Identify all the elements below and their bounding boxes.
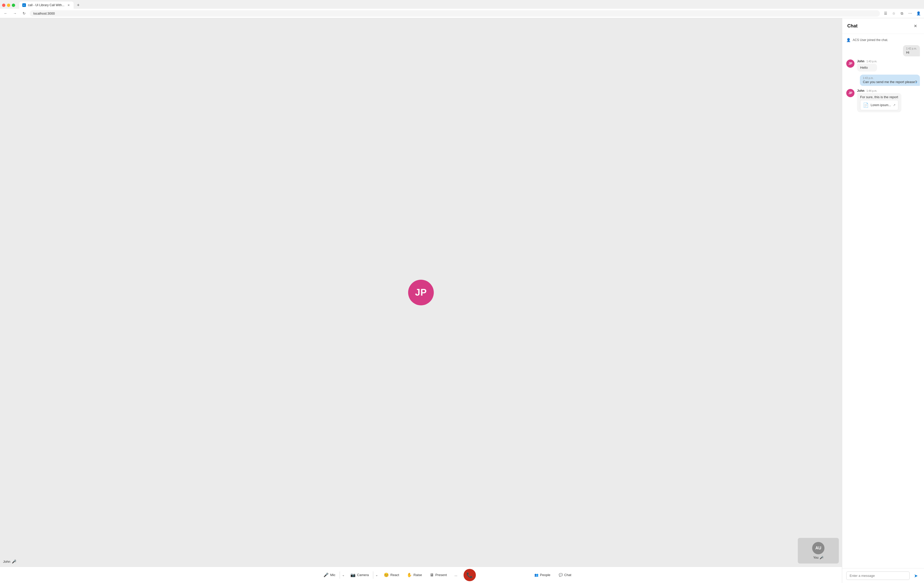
message-4-text: For sure, this is the report [860,95,898,99]
self-mic-off-icon: 🎤̶ [820,556,823,560]
present-icon: 🖥 [430,573,434,577]
react-icon: 😊 [384,573,389,577]
camera-button[interactable]: 📷 Camera [347,570,373,581]
self-name: You [813,556,818,560]
split-view-button[interactable]: ⧉ [898,10,906,17]
profile-button[interactable]: 👤 [915,10,922,17]
self-label: You 🎤̶ [813,556,823,560]
raise-label: Raise [414,573,422,577]
message-4-content: John 1:44 p.m. For sure, this is the rep… [857,89,901,112]
more-button[interactable]: ⋯ [907,10,914,17]
message-2-time: 1:43 p.m. [866,60,877,63]
people-button[interactable]: 👥 People [531,570,554,581]
reload-button[interactable]: ↻ [20,10,28,17]
mic-label: Mic [330,573,335,577]
participant-avatar: JP [408,280,434,305]
bubble-left-2: Hello [857,64,877,71]
external-link-icon: ↗ [893,103,896,107]
message-2-text: Hello [860,66,874,69]
camera-dropdown-button[interactable]: ⌄ [374,570,380,581]
ctrl-right: 👥 People 💬 Chat [531,570,575,581]
message-4-time: 1:44 p.m. [866,89,877,92]
call-area: JP John 🎤̶ AU You 🎤̶ [0,18,842,583]
maximize-window-button[interactable] [12,3,15,7]
mic-off-icon: 🎤̶ [12,560,16,563]
self-initials: AU [815,546,821,550]
camera-icon: 📷 [350,573,356,577]
file-attachment[interactable]: 📄 Lorem ipsum... ↗ [860,100,898,110]
tab-close-button[interactable]: ✕ [66,3,71,7]
john-avatar-2: JP [846,89,855,97]
chat-title: Chat [847,23,858,29]
people-icon: 👥 [535,573,538,577]
message-1-time: 1:42 p.m. [906,47,917,50]
incoming-message-4: JP John 1:44 p.m. For sure, this is the … [846,89,920,112]
file-name: Lorem ipsum... [871,103,891,107]
reader-view-button[interactable]: ☰ [882,10,889,17]
message-2-meta: John 1:43 p.m. [857,59,877,63]
address-bar[interactable] [30,10,880,16]
mic-button[interactable]: 🎤 Mic [320,570,339,581]
chat-close-button[interactable]: ✕ [912,22,919,30]
chat-button[interactable]: 💬 Chat [555,570,575,581]
camera-divider [373,571,373,579]
end-call-button[interactable]: 📞 [464,569,476,581]
traffic-lights [2,3,15,7]
mic-chevron-icon: ⌄ [342,573,345,577]
chat-input-area: ➤ [842,568,924,583]
bubble-blue-3: 1:43 p.m. Can you send me the report ple… [860,75,920,86]
system-icon: 👤 [846,38,851,42]
active-tab[interactable]: C call - UI Library Call With... ✕ [19,2,74,9]
end-call-icon: 📞 [466,572,473,578]
participant-initials: JP [415,287,427,298]
minimize-window-button[interactable] [7,3,10,7]
more-icon: ... [455,573,457,577]
camera-chevron-icon: ⌄ [375,573,378,577]
forward-button[interactable]: → [11,10,18,17]
tab-title: call - UI Library Call With... [28,3,64,7]
self-avatar: AU [812,542,825,554]
react-label: React [390,573,399,577]
app-container: JP John 🎤̶ AU You 🎤̶ [0,18,924,583]
browser-tabs: C call - UI Library Call With... ✕ + [0,0,924,9]
john-avatar: JP [846,59,855,68]
control-bar: 🎤 Mic ⌄ 📷 Camera [0,567,842,583]
raise-icon: ✋ [407,573,412,577]
browser-actions: ☰ ☆ ⧉ ⋯ 👤 [882,10,922,17]
file-icon: 📄 [863,102,869,108]
present-label: Present [435,573,447,577]
present-button[interactable]: 🖥 Present [426,570,450,581]
bookmark-button[interactable]: ☆ [890,10,897,17]
send-icon: ➤ [914,573,918,579]
back-button[interactable]: ← [2,10,9,17]
participant-name: John [3,560,10,563]
mic-group: 🎤 Mic ⌄ [320,570,346,581]
message-3-status-icon: ✓ [915,81,918,84]
chat-icon: 💬 [559,573,563,577]
message-2-content: John 1:43 p.m. Hello [857,59,877,71]
close-window-button[interactable] [2,3,5,7]
react-button[interactable]: 😊 React [380,570,403,581]
browser-chrome: C call - UI Library Call With... ✕ + ← →… [0,0,924,18]
mic-divider [340,571,340,579]
more-options-button[interactable]: ... [451,570,461,581]
control-bar-inner: 🎤 Mic ⌄ 📷 Camera [267,569,575,581]
message-2-sender: John [857,59,865,63]
browser-addressbar: ← → ↻ ☰ ☆ ⧉ ⋯ 👤 [0,9,924,18]
mic-dropdown-button[interactable]: ⌄ [340,570,346,581]
bubble-right: 1:42 p.m. Hi [903,45,920,56]
camera-label: Camera [357,573,369,577]
raise-button[interactable]: ✋ Raise [403,570,426,581]
new-tab-button[interactable]: + [75,2,82,9]
message-input[interactable] [846,571,910,580]
chat-panel: Chat ✕ 👤 ACS User joined the chat. 1:42 … [842,18,924,583]
message-4-meta: John 1:44 p.m. [857,89,901,92]
send-message-button[interactable]: ➤ [912,572,920,580]
camera-group: 📷 Camera ⌄ [347,570,380,581]
bubble-left-4: For sure, this is the report 📄 Lorem ips… [857,93,901,112]
ctrl-center: 🎤 Mic ⌄ 📷 Camera [267,569,531,581]
mic-icon: 🎤 [323,573,328,577]
participant-label: John 🎤̶ [3,560,16,563]
outgoing-message-1: 1:42 p.m. Hi [846,45,920,56]
outgoing-message-3: 1:43 p.m. Can you send me the report ple… [846,75,920,86]
